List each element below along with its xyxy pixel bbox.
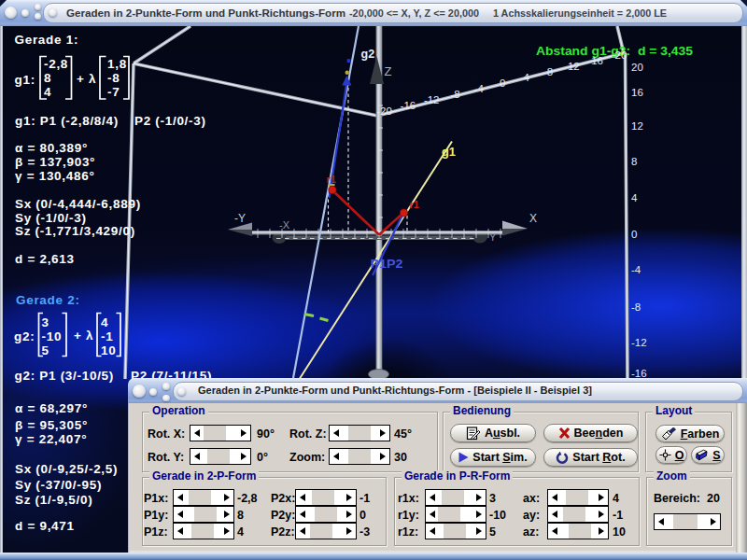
- svg-text:β = 137,903°: β = 137,903°: [15, 155, 95, 169]
- svg-text:P1P2: P1P2: [371, 257, 403, 271]
- svg-text:8: 8: [44, 71, 51, 85]
- svg-text:-8: -8: [631, 301, 641, 313]
- svg-text:4: 4: [631, 192, 638, 203]
- svg-text:-4: -4: [631, 264, 641, 275]
- svg-text:Sy (-1/0/-3): Sy (-1/0/-3): [15, 211, 87, 225]
- svg-text:20: 20: [631, 62, 643, 73]
- svg-text:16: 16: [631, 87, 643, 98]
- svg-text:0: 0: [500, 77, 505, 89]
- svg-text:Z: Z: [385, 64, 392, 78]
- svg-text:d = 2,613: d = 2,613: [15, 252, 75, 266]
- svg-text:P2 (-1/0/-3): P2 (-1/0/-3): [134, 114, 206, 128]
- svg-text:Sx (0/-4,444/-6,889): Sx (0/-4,444/-6,889): [15, 197, 141, 211]
- svg-text:α = 68,297°: α = 68,297°: [15, 401, 88, 415]
- svg-text:-10: -10: [42, 329, 63, 343]
- svg-text:+ λ: + λ: [77, 72, 96, 86]
- svg-text:Sz (-1,771/3,429/0): Sz (-1,771/3,429/0): [15, 224, 135, 238]
- svg-text:X: X: [529, 212, 537, 225]
- svg-text:Sy (-37/0/-95): Sy (-37/0/-95): [15, 478, 102, 492]
- svg-text:γ = 22,407°: γ = 22,407°: [15, 432, 87, 446]
- svg-text:4: 4: [101, 315, 108, 329]
- svg-text:8: 8: [631, 156, 637, 167]
- svg-text:4: 4: [44, 85, 51, 99]
- svg-text:-16: -16: [401, 100, 416, 111]
- svg-text:-2,8: -2,8: [44, 57, 68, 71]
- svg-text:0: 0: [631, 229, 637, 240]
- svg-text:Sx (0/-9,25/-2,5): Sx (0/-9,25/-2,5): [15, 462, 118, 476]
- svg-text:Sz (1/-9,5/0): Sz (1/-9,5/0): [15, 493, 92, 507]
- svg-text:-1: -1: [101, 329, 113, 343]
- svg-text:Gerade 1:: Gerade 1:: [15, 33, 79, 47]
- svg-text:g2: g2: [361, 48, 375, 61]
- svg-text:12: 12: [631, 120, 643, 132]
- svg-text:g2:: g2:: [14, 329, 35, 343]
- svg-text:20: 20: [615, 49, 627, 61]
- svg-text:g1: P1 (-2,8/8/4): g1: P1 (-2,8/8/4): [15, 114, 119, 128]
- svg-text:10: 10: [101, 343, 116, 357]
- svg-text:α = 80,389°: α = 80,389°: [15, 141, 88, 155]
- svg-text:-12: -12: [424, 94, 440, 105]
- svg-text:1,8: 1,8: [107, 57, 127, 71]
- svg-text:+ λ: + λ: [74, 329, 93, 343]
- svg-text:-X: -X: [279, 219, 290, 231]
- svg-text:Gerade 2:: Gerade 2:: [16, 293, 80, 307]
- svg-text:16: 16: [591, 55, 603, 66]
- svg-text:r1: r1: [410, 199, 419, 210]
- svg-text:3: 3: [42, 315, 49, 329]
- svg-text:-7: -7: [107, 85, 120, 99]
- svg-text:5: 5: [42, 343, 49, 357]
- svg-text:4: 4: [523, 72, 529, 83]
- svg-text:8: 8: [547, 66, 553, 77]
- svg-text:12: 12: [568, 61, 580, 72]
- svg-text:g1: g1: [442, 146, 456, 159]
- svg-text:g1:: g1:: [15, 73, 35, 87]
- svg-text:-8: -8: [107, 71, 120, 85]
- svg-text:β = 95,305°: β = 95,305°: [15, 418, 88, 432]
- svg-text:Y: Y: [489, 231, 497, 243]
- svg-text:-20: -20: [376, 105, 392, 117]
- svg-text:-Y: -Y: [234, 212, 246, 225]
- svg-text:-8: -8: [450, 89, 459, 100]
- svg-text:γ = 130,486°: γ = 130,486°: [15, 169, 95, 183]
- svg-text:-12: -12: [631, 337, 647, 348]
- svg-text:d = 9,471: d = 9,471: [15, 519, 75, 533]
- svg-text:g2: P1 (3/-10/5): g2: P1 (3/-10/5): [15, 369, 114, 383]
- svg-text:r1: r1: [327, 174, 336, 185]
- svg-text:-4: -4: [474, 83, 485, 94]
